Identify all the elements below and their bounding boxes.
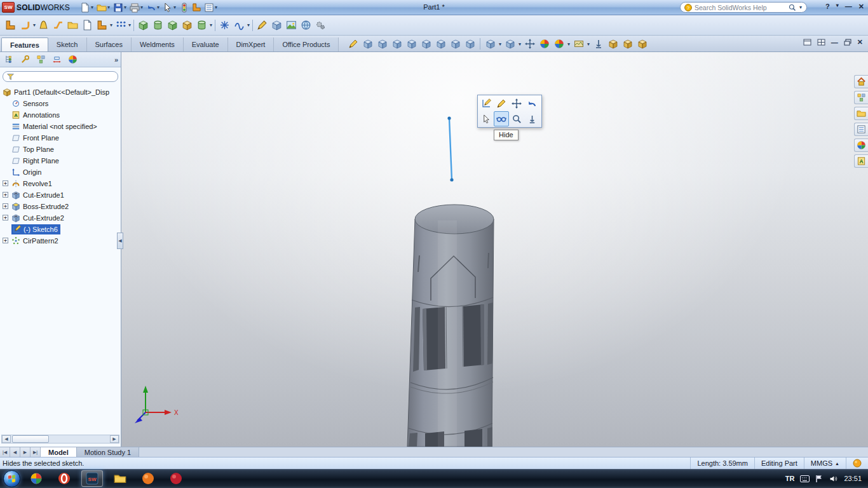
search-options-caret[interactable]: ▾	[799, 4, 802, 10]
file-explorer-icon[interactable]	[854, 107, 868, 120]
solidworks-resources-icon[interactable]	[854, 75, 868, 88]
open-document-button[interactable]: ▾	[95, 1, 112, 14]
first-tab-button[interactable]: |◀	[0, 447, 10, 457]
view-orientation-icon[interactable]	[484, 37, 497, 50]
anchor-view-icon[interactable]	[592, 37, 605, 50]
collapse-menu-caret[interactable]: ▾	[836, 3, 839, 11]
tree-item-annotations[interactable]: Annotations	[0, 109, 121, 121]
back-view-icon[interactable]	[376, 37, 389, 50]
help-button[interactable]: ?	[825, 3, 830, 11]
tab-weldments[interactable]: Weldments	[132, 37, 184, 51]
minimize-window-button[interactable]: —	[845, 3, 852, 11]
tree-item-cut-extrude1[interactable]: +Cut-Extrude1	[0, 189, 121, 201]
rebuild-button[interactable]	[178, 1, 191, 14]
messenger-icon[interactable]	[165, 470, 187, 487]
file-properties-button[interactable]: ▾	[203, 1, 219, 14]
tab-motion-study-1[interactable]: Motion Study 1	[77, 447, 139, 457]
expand-toggle[interactable]: +	[3, 192, 8, 198]
clock[interactable]: 23:51	[844, 475, 862, 482]
display-style-icon[interactable]	[503, 37, 517, 50]
base-flange-icon[interactable]	[3, 18, 18, 33]
appearance-ball-icon[interactable]	[538, 37, 551, 50]
view-palette-icon[interactable]	[854, 123, 868, 136]
close-window-button[interactable]: ✕	[858, 3, 864, 11]
propertymanager-tab-icon[interactable]	[18, 53, 31, 66]
corner-icon[interactable]	[95, 18, 109, 33]
tree-item-right-plane[interactable]: Right Plane	[0, 155, 121, 166]
tree-item-origin[interactable]: Origin	[0, 166, 121, 178]
scroll-right-arrow[interactable]: ▶	[110, 435, 119, 443]
spline-icon[interactable]	[232, 18, 247, 33]
right-view-icon[interactable]	[405, 37, 418, 50]
vent-pattern-icon[interactable]	[113, 18, 128, 33]
tab-model[interactable]: Model	[41, 447, 77, 457]
sketch-line[interactable]	[447, 116, 453, 181]
camera-icon[interactable]	[621, 37, 634, 50]
panel-collapse-handle[interactable]: ◀	[117, 233, 123, 249]
walkthrough-icon[interactable]	[635, 37, 649, 50]
tile-windows-icon[interactable]	[817, 39, 825, 46]
normal-to-icon[interactable]	[509, 96, 524, 111]
configurationmanager-tab-icon[interactable]	[34, 53, 47, 66]
print-button[interactable]: ▾	[128, 1, 145, 14]
apply-scene-icon[interactable]	[572, 37, 585, 50]
six-dof-icon[interactable]	[523, 37, 536, 50]
undo-button[interactable]: ▾	[145, 1, 161, 14]
new-document-button[interactable]: ▾	[79, 1, 95, 14]
select-tool-icon[interactable]	[478, 111, 494, 126]
expand-toggle[interactable]: +	[3, 215, 8, 220]
tree-root-part[interactable]: Part1 (Default<<Default>_Disp	[0, 86, 121, 98]
edit-appearance-icon[interactable]	[552, 37, 566, 50]
fillet-icon[interactable]	[194, 18, 209, 33]
search-icon[interactable]	[789, 4, 796, 11]
dimxpertmanager-tab-icon[interactable]	[50, 53, 63, 66]
spark-tool-icon[interactable]	[217, 18, 232, 33]
tree-horizontal-scrollbar[interactable]: ◀ ▶	[1, 435, 119, 444]
restore-doc-icon[interactable]	[844, 39, 851, 46]
tab-evaluate[interactable]: Evaluate	[184, 37, 228, 51]
volume-icon[interactable]	[829, 475, 838, 483]
tree-item-front-plane[interactable]: Front Plane	[0, 132, 121, 144]
close-doc-icon[interactable]: ✕	[857, 38, 863, 46]
design-library-icon[interactable]	[854, 91, 868, 104]
sketch-wand-icon[interactable]	[346, 37, 360, 50]
graphics-viewport[interactable]: X Hide	[121, 52, 868, 447]
expand-toggle[interactable]: +	[3, 203, 8, 209]
edit-sketch-icon[interactable]	[478, 96, 494, 111]
options-button[interactable]	[191, 1, 203, 14]
image-tool-icon[interactable]	[284, 18, 299, 33]
tab-office-products[interactable]: Office Products	[274, 37, 339, 51]
gear-tools-icon[interactable]	[313, 18, 328, 33]
save-button[interactable]: ▾	[112, 1, 128, 14]
opera-browser-icon[interactable]	[53, 470, 75, 487]
new-window-icon[interactable]	[803, 39, 811, 46]
left-view-icon[interactable]	[390, 37, 403, 50]
lighting-icon[interactable]	[606, 37, 620, 50]
tab-features[interactable]: Features	[1, 37, 48, 51]
tab-surfaces[interactable]: Surfaces	[87, 37, 132, 51]
rollback-icon[interactable]	[524, 96, 539, 111]
displaymanager-tab-icon[interactable]	[66, 53, 79, 66]
tree-item-revolve1[interactable]: +Revolve1	[0, 178, 121, 189]
isometric-view-icon[interactable]	[449, 37, 462, 50]
shell-icon[interactable]	[180, 18, 194, 33]
revolved-boss-icon[interactable]	[151, 18, 165, 33]
tree-item-cirpattern2[interactable]: +CirPattern2	[0, 235, 121, 247]
tree-item-boss-extrude2[interactable]: +Boss-Extrude2	[0, 201, 121, 212]
minimize-doc-icon[interactable]: —	[831, 39, 838, 46]
tree-filter-input[interactable]	[3, 71, 118, 82]
model-part[interactable]	[407, 205, 494, 447]
quick-tips-button[interactable]	[846, 458, 868, 469]
edge-flange-icon[interactable]	[18, 18, 32, 33]
front-view-icon[interactable]	[361, 37, 374, 50]
solidworks-taskbar-icon[interactable]: SW	[81, 470, 103, 487]
help-search-input[interactable]: ? Search SolidWorks Help ▾	[680, 2, 807, 13]
tree-item-material[interactable]: Material <not specified>	[0, 121, 121, 132]
custom-properties-icon[interactable]	[854, 154, 868, 168]
tree-item-cut-extrude2[interactable]: +Cut-Extrude2	[0, 212, 121, 224]
prev-tab-button[interactable]: ◀	[10, 447, 20, 457]
edit-sketch-plane-icon[interactable]	[494, 96, 509, 111]
bottom-view-icon[interactable]	[434, 37, 447, 50]
tree-item-sketch6[interactable]: (-) Sketch6	[0, 224, 121, 235]
next-tab-button[interactable]: ▶	[20, 447, 31, 457]
